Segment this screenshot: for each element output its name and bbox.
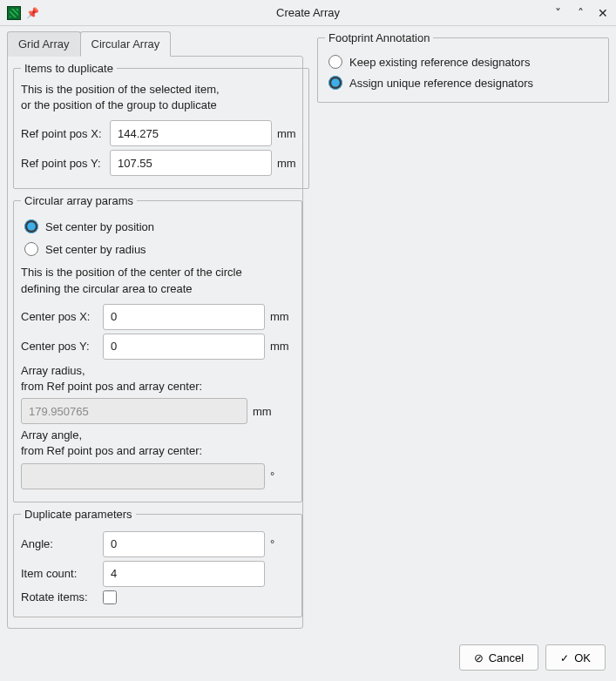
center-by-radius-row: Set center by radius xyxy=(24,242,294,256)
tab-bar: Grid Array Circular Array xyxy=(7,31,303,57)
radius-unit: mm xyxy=(253,405,277,418)
dialog-footer: Cancel OK xyxy=(0,636,616,681)
dup-angle-unit: ° xyxy=(270,537,294,550)
maximize-button[interactable]: ˄ xyxy=(574,7,586,19)
app-icon xyxy=(7,6,21,20)
radius-row: mm xyxy=(21,398,294,424)
center-y-input[interactable] xyxy=(103,334,265,360)
left-column: Grid Array Circular Array Items to dupli… xyxy=(7,31,303,636)
rotate-items-checkbox[interactable] xyxy=(103,590,117,604)
ok-label: OK xyxy=(574,651,591,664)
ref-y-label: Ref point pos Y: xyxy=(21,157,105,170)
keep-refs-row: Keep existing reference designators xyxy=(328,55,601,69)
ref-y-row: Ref point pos Y: mm xyxy=(21,150,301,176)
circular-legend: Circular array params xyxy=(21,194,137,207)
keep-refs-label: Keep existing reference designators xyxy=(349,56,530,69)
center-by-radius-label: Set center by radius xyxy=(45,243,146,256)
radius-input xyxy=(21,398,247,424)
center-by-position-label: Set center by position xyxy=(45,220,154,233)
titlebar: 📌 Create Array ˅ ˄ ✕ xyxy=(0,0,616,26)
circular-params-group: Circular array params Set center by posi… xyxy=(13,194,302,502)
center-y-row: Center pos Y: mm xyxy=(21,334,294,360)
footprint-annotation-group: Footprint Annotation Keep existing refer… xyxy=(317,31,609,103)
center-by-position-radio[interactable] xyxy=(24,219,38,233)
ref-x-unit: mm xyxy=(277,127,301,140)
center-description: This is the position of the center of th… xyxy=(21,265,294,296)
close-button[interactable]: ✕ xyxy=(597,7,609,19)
tab-grid-array[interactable]: Grid Array xyxy=(7,31,81,57)
items-to-duplicate-group: Items to duplicate This is the position … xyxy=(13,62,309,189)
dialog-window: 📌 Create Array ˅ ˄ ✕ Grid Array Circular… xyxy=(0,0,616,681)
assign-refs-label: Assign unique reference designators xyxy=(349,77,533,90)
items-legend: Items to duplicate xyxy=(21,62,117,75)
ref-y-unit: mm xyxy=(277,157,301,170)
ok-button[interactable]: OK xyxy=(545,644,606,671)
check-icon xyxy=(560,651,569,664)
assign-refs-row: Assign unique reference designators xyxy=(328,76,601,90)
radius-label: Array radius, from Ref point pos and arr… xyxy=(21,363,294,394)
cancel-label: Cancel xyxy=(489,651,524,664)
center-x-label: Center pos X: xyxy=(21,310,98,323)
tab-circular-array[interactable]: Circular Array xyxy=(80,31,172,57)
item-count-row: Item count: xyxy=(21,561,294,587)
array-angle-row: ° xyxy=(21,463,294,489)
ref-x-row: Ref point pos X: mm xyxy=(21,120,301,146)
dup-angle-row: Angle: ° xyxy=(21,531,294,557)
duplicate-params-group: Duplicate parameters Angle: ° Item count… xyxy=(13,508,302,617)
assign-refs-radio[interactable] xyxy=(328,76,342,90)
center-by-radius-radio[interactable] xyxy=(24,242,38,256)
item-count-input[interactable] xyxy=(103,561,265,587)
array-angle-unit: ° xyxy=(270,469,294,482)
cancel-button[interactable]: Cancel xyxy=(459,644,538,671)
pin-icon[interactable]: 📌 xyxy=(26,7,39,19)
dup-angle-input[interactable] xyxy=(103,531,265,557)
items-description: This is the position of the selected ite… xyxy=(21,82,301,113)
rotate-items-label: Rotate items: xyxy=(21,590,98,603)
keep-refs-radio[interactable] xyxy=(328,55,342,69)
item-count-label: Item count: xyxy=(21,567,98,580)
rotate-items-row: Rotate items: xyxy=(21,590,294,604)
right-column: Footprint Annotation Keep existing refer… xyxy=(317,31,609,636)
center-y-label: Center pos Y: xyxy=(21,340,98,353)
center-y-unit: mm xyxy=(270,340,294,353)
center-x-row: Center pos X: mm xyxy=(21,304,294,330)
center-x-input[interactable] xyxy=(103,304,265,330)
window-title: Create Array xyxy=(0,6,616,19)
dup-legend: Duplicate parameters xyxy=(21,508,136,521)
tab-panel-circular: Items to duplicate This is the position … xyxy=(7,56,303,629)
cancel-icon xyxy=(474,651,484,664)
window-buttons: ˅ ˄ ✕ xyxy=(552,7,609,19)
center-x-unit: mm xyxy=(270,310,294,323)
array-angle-input xyxy=(21,463,265,489)
center-by-position-row: Set center by position xyxy=(24,219,294,233)
annotation-legend: Footprint Annotation xyxy=(325,31,433,44)
array-angle-label: Array angle, from Ref point pos and arra… xyxy=(21,428,294,459)
minimize-button[interactable]: ˅ xyxy=(552,7,564,19)
ref-x-label: Ref point pos X: xyxy=(21,127,105,140)
ref-x-input[interactable] xyxy=(110,120,272,146)
ref-y-input[interactable] xyxy=(110,150,272,176)
dup-angle-label: Angle: xyxy=(21,537,98,550)
content-area: Grid Array Circular Array Items to dupli… xyxy=(0,26,616,636)
